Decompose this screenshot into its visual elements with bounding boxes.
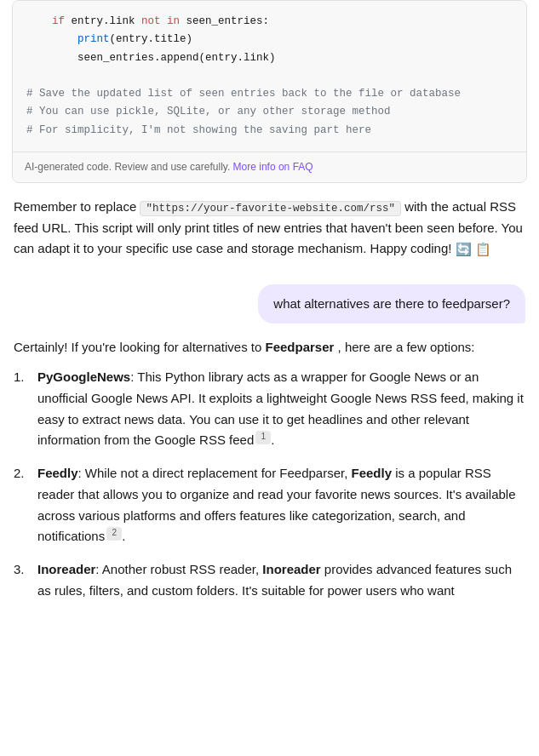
code-footer-text: AI-generated code. Review and use carefu… xyxy=(25,161,230,173)
item2-colon: : While not a direct replacement for Fee… xyxy=(78,466,352,480)
code-line-blank xyxy=(26,67,513,85)
user-bubble: what alternatives are there to feedparse… xyxy=(258,284,525,324)
code-comment-2: # You can use pickle, SQLite, or any oth… xyxy=(26,103,513,121)
list-number-3: 3. xyxy=(14,559,34,580)
code-comment-1: # Save the updated list of seen entries … xyxy=(26,85,513,103)
item1-title: PyGoogleNews xyxy=(37,369,130,384)
item1-ref: 1 xyxy=(255,431,271,444)
code-line-3: seen_entries.append(entry.link) xyxy=(26,49,513,67)
response-intro: Certainly! If you're looking for alterna… xyxy=(14,337,525,358)
code-line-1: if entry.link not in seen_entries: xyxy=(26,13,513,31)
item3-colon: : Another robust RSS reader, xyxy=(95,562,262,576)
code-block: if entry.link not in seen_entries: print… xyxy=(12,0,527,183)
code-content: if entry.link not in seen_entries: print… xyxy=(13,1,526,152)
item2-ref: 2 xyxy=(106,527,122,541)
user-message-text: what alternatives are there to feedparse… xyxy=(273,296,510,311)
code-footer: AI-generated code. Review and use carefu… xyxy=(13,152,526,182)
list-item: 2. Feedly: While not a direct replacemen… xyxy=(14,463,525,547)
alternatives-list: 1. PyGoogleNews: This Python library act… xyxy=(14,367,525,602)
prose-text-before: Remember to replace xyxy=(14,199,136,214)
prose-section: Remember to replace "https://your-favori… xyxy=(0,183,539,267)
response-intro-bold: Feedparser xyxy=(266,340,335,354)
item2-title2: Feedly xyxy=(352,466,393,480)
user-message-row: what alternatives are there to feedparse… xyxy=(0,267,539,335)
code-footer-link[interactable]: More info on FAQ xyxy=(233,161,313,173)
prose-paragraph: Remember to replace "https://your-favori… xyxy=(14,197,525,261)
list-item: 1. PyGoogleNews: This Python library act… xyxy=(14,367,525,451)
response-intro-text: Certainly! If you're looking for alterna… xyxy=(14,340,261,354)
list-item: 3. Inoreader: Another robust RSS reader,… xyxy=(14,559,525,602)
item2-end: . xyxy=(122,529,125,543)
list-number-1: 1. xyxy=(14,367,34,387)
response-intro-end: , here are a few options: xyxy=(338,340,475,354)
list-content-3: Inoreader: Another robust RSS reader, In… xyxy=(37,559,525,602)
code-line-2: print(entry.title) xyxy=(26,31,513,49)
list-number-2: 2. xyxy=(14,463,34,484)
prose-inline-code: "https://your-favorite-website.com/rss" xyxy=(140,201,401,216)
item3-title: Inoreader xyxy=(37,562,95,576)
list-content-2: Feedly: While not a direct replacement f… xyxy=(37,463,525,547)
code-comment-3: # For simplicity, I'm not showing the sa… xyxy=(26,122,513,140)
assistant-section: Certainly! If you're looking for alterna… xyxy=(0,334,539,627)
item1-end: . xyxy=(271,432,274,447)
item3-title2: Inoreader xyxy=(262,562,320,576)
list-content-1: PyGoogleNews: This Python library acts a… xyxy=(37,367,525,451)
emoji-row: 🔄 📋 xyxy=(456,239,491,261)
item2-title: Feedly xyxy=(37,466,78,480)
